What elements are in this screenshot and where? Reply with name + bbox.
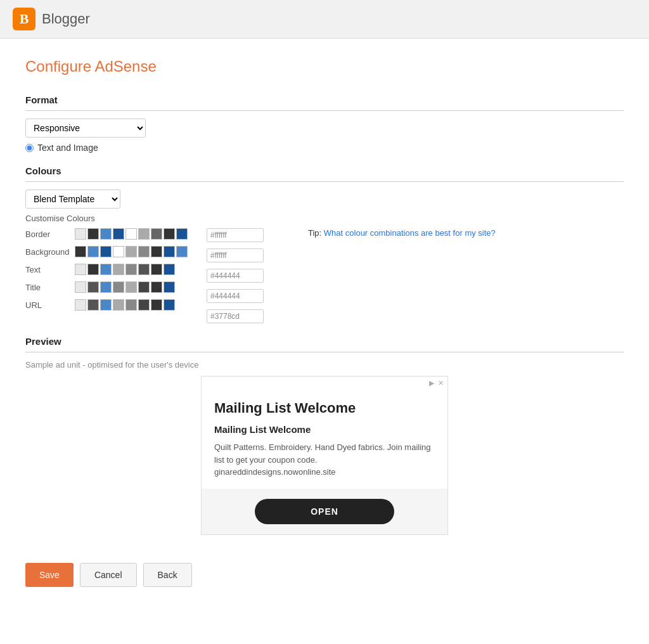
save-button[interactable]: Save	[25, 563, 74, 587]
text-swatch-6[interactable]	[138, 264, 150, 275]
colours-section: Colours Blend Template Custom Customise …	[25, 165, 624, 323]
title-swatch-4[interactable]	[113, 281, 124, 293]
text-swatch-3[interactable]	[100, 264, 112, 275]
text-swatch-5[interactable]	[125, 264, 137, 275]
colours-grid: Border Background	[25, 228, 624, 323]
colours-section-header: Colours	[25, 165, 624, 182]
url-swatch-8[interactable]	[164, 299, 175, 311]
border-hex-input[interactable]	[207, 228, 264, 242]
ad-container: ▶ ✕ Mailing List Welcome Mailing List We…	[201, 376, 448, 535]
background-row: Background	[25, 246, 188, 257]
format-section: Format Responsive Fixed Text and Image	[25, 94, 624, 153]
bg-swatch-5[interactable]	[125, 246, 137, 257]
ad-open-button[interactable]: OPEN	[255, 499, 394, 524]
title-swatch-5[interactable]	[125, 281, 137, 293]
format-select[interactable]: Responsive Fixed	[25, 119, 146, 138]
border-swatch-5[interactable]	[125, 228, 137, 240]
text-image-label: Text and Image	[37, 143, 98, 153]
border-swatch-7[interactable]	[151, 228, 162, 240]
border-row: Border	[25, 228, 188, 240]
blogger-logo-letter: B	[20, 12, 29, 26]
title-swatches	[75, 281, 175, 293]
background-label: Background	[25, 247, 70, 257]
url-swatch-3[interactable]	[100, 299, 112, 311]
preview-subtitle: Sample ad unit - optimised for the user'…	[25, 360, 624, 370]
text-swatch-1[interactable]	[75, 264, 86, 275]
tip-link[interactable]: What colour combinations are best for my…	[324, 228, 496, 238]
text-swatches	[75, 264, 175, 275]
url-swatch-4[interactable]	[113, 299, 124, 311]
title-hex-input[interactable]	[207, 289, 264, 303]
blogger-logo: B	[13, 8, 35, 30]
title-label: Title	[25, 283, 70, 292]
ad-sub-title: Mailing List Welcome	[214, 424, 435, 435]
ad-top-bar: ▶ ✕	[202, 377, 447, 390]
footer-buttons: Save Cancel Back	[25, 550, 624, 587]
url-swatch-1[interactable]	[75, 299, 86, 311]
title-swatch-3[interactable]	[100, 281, 112, 293]
cancel-button[interactable]: Cancel	[80, 563, 137, 587]
title-swatch-2[interactable]	[87, 281, 99, 293]
text-hex-input[interactable]	[207, 269, 264, 283]
border-swatch-9[interactable]	[176, 228, 188, 240]
bg-swatch-7[interactable]	[151, 246, 162, 257]
tip-area: Tip: What colour combinations are best f…	[308, 228, 496, 238]
page-title: Configure AdSense	[25, 58, 624, 75]
url-swatch-7[interactable]	[151, 299, 162, 311]
title-swatch-6[interactable]	[138, 281, 150, 293]
preview-section-header: Preview	[25, 336, 624, 352]
bg-swatch-4[interactable]	[113, 246, 124, 257]
url-hex-input[interactable]	[207, 309, 264, 323]
border-label: Border	[25, 229, 70, 239]
title-row: Title	[25, 281, 188, 293]
blend-dropdown-row: Blend Template Custom	[25, 190, 624, 209]
border-swatch-8[interactable]	[164, 228, 175, 240]
border-swatch-1[interactable]	[75, 228, 86, 240]
title-swatch-1[interactable]	[75, 281, 86, 293]
header: B Blogger	[0, 0, 649, 39]
tip-prefix: Tip:	[308, 228, 321, 238]
text-swatch-4[interactable]	[113, 264, 124, 275]
bg-swatch-9[interactable]	[176, 246, 188, 257]
text-image-radio[interactable]	[25, 144, 34, 152]
url-swatch-5[interactable]	[125, 299, 137, 311]
title-swatch-7[interactable]	[151, 281, 162, 293]
ad-main-title: Mailing List Welcome	[214, 400, 435, 416]
bg-swatch-6[interactable]	[138, 246, 150, 257]
hex-values	[207, 228, 264, 323]
bg-swatch-8[interactable]	[164, 246, 175, 257]
url-row: URL	[25, 299, 188, 311]
blend-select[interactable]: Blend Template Custom	[25, 190, 120, 209]
ad-info-icon[interactable]: ▶	[429, 379, 434, 387]
text-image-radio-row: Text and Image	[25, 143, 624, 153]
ad-body: Mailing List Welcome Mailing List Welcom…	[202, 390, 447, 479]
border-swatch-2[interactable]	[87, 228, 99, 240]
text-swatch-8[interactable]	[164, 264, 175, 275]
url-swatches	[75, 299, 175, 311]
border-swatch-4[interactable]	[113, 228, 124, 240]
text-row: Text	[25, 264, 188, 275]
main-content: Configure AdSense Format Responsive Fixe…	[0, 39, 649, 644]
bg-swatch-3[interactable]	[100, 246, 112, 257]
background-swatches	[75, 246, 188, 257]
format-section-header: Format	[25, 94, 624, 111]
bg-swatch-2[interactable]	[87, 246, 99, 257]
ad-close-icon[interactable]: ✕	[438, 379, 444, 387]
back-button[interactable]: Back	[143, 563, 192, 587]
url-label: URL	[25, 300, 70, 310]
blogger-brand-name: Blogger	[42, 11, 90, 27]
background-hex-input[interactable]	[207, 248, 264, 262]
text-swatch-2[interactable]	[87, 264, 99, 275]
bg-swatch-1[interactable]	[75, 246, 86, 257]
title-swatch-8[interactable]	[164, 281, 175, 293]
url-swatch-2[interactable]	[87, 299, 99, 311]
colour-rows: Border Background	[25, 228, 188, 317]
ad-open-btn-row: OPEN	[202, 489, 447, 534]
ad-description: Quilt Patterns. Embroidery. Hand Dyed fa…	[214, 441, 435, 479]
border-swatches	[75, 228, 188, 240]
url-swatch-6[interactable]	[138, 299, 150, 311]
customise-label: Customise Colours	[25, 214, 624, 223]
border-swatch-3[interactable]	[100, 228, 112, 240]
text-swatch-7[interactable]	[151, 264, 162, 275]
border-swatch-6[interactable]	[138, 228, 150, 240]
